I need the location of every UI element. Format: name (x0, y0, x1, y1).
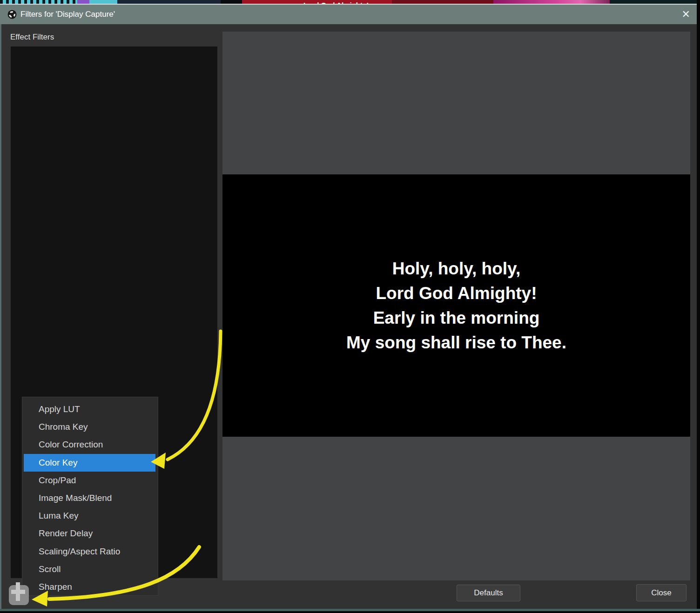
effect-filters-label: Effect Filters (10, 33, 54, 42)
lyric-line: Lord God Almighty! (346, 281, 566, 306)
lyrics-text: Holy, holy, holy,Lord God Almighty!Early… (346, 256, 566, 355)
dialog-right-edge (697, 0, 700, 613)
menu-item-render-delay[interactable]: Render Delay (24, 525, 155, 542)
menu-item-color-correction[interactable]: Color Correction (24, 436, 155, 453)
lyric-line: Holy, holy, holy, (346, 256, 566, 281)
dialog-title: Filters for 'Display Capture' (20, 10, 115, 19)
screen: Lord God Almighty! Filters for 'Display … (0, 0, 700, 613)
close-icon[interactable]: ✕ (682, 5, 690, 24)
lyric-line: Early in the morning (346, 306, 566, 330)
menu-item-luma-key[interactable]: Luma Key (24, 507, 155, 525)
lyric-line: My song shall rise to Thee. (346, 330, 566, 355)
menu-item-sharpen[interactable]: Sharpen (24, 578, 155, 596)
video-preview: Holy, holy, holy,Lord God Almighty!Early… (222, 174, 690, 437)
menu-item-crop-pad[interactable]: Crop/Pad (24, 472, 155, 489)
menu-item-color-key[interactable]: Color Key (24, 454, 155, 472)
dialog-bottom-border (0, 609, 700, 611)
menu-item-scaling-aspect-ratio[interactable]: Scaling/Aspect Ratio (24, 543, 155, 560)
plus-icon (11, 590, 25, 594)
dialog-titlebar[interactable]: Filters for 'Display Capture' ✕ (0, 5, 697, 24)
defaults-button[interactable]: Defaults (457, 585, 520, 601)
menu-item-scroll[interactable]: Scroll (24, 560, 155, 578)
menu-item-chroma-key[interactable]: Chroma Key (24, 418, 155, 436)
menu-item-image-mask-blend[interactable]: Image Mask/Blend (24, 489, 155, 507)
close-button[interactable]: Close (636, 584, 687, 601)
obs-logo-icon (7, 10, 17, 19)
menu-item-apply-lut[interactable]: Apply LUT (24, 400, 155, 418)
add-filter-menu: Apply LUTChroma KeyColor CorrectionColor… (22, 397, 158, 596)
dialog-left-border (0, 5, 1, 609)
